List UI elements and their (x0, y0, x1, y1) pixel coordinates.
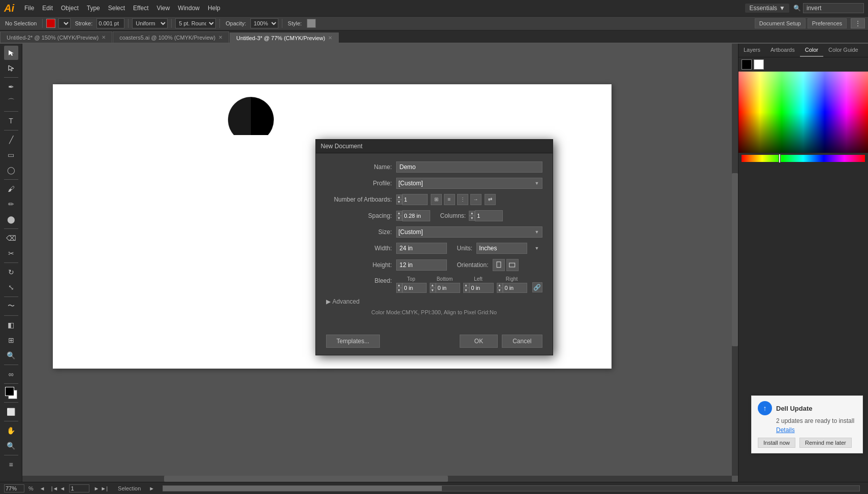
name-input[interactable] (396, 161, 542, 173)
advanced-arrow: ▶ (326, 298, 331, 305)
templates-button[interactable]: Templates... (326, 335, 380, 348)
new-document-dialog: New Document Name: Profile: [Custom] Num… (315, 139, 553, 355)
bleed-label: Bleed: (326, 276, 392, 284)
artboard-layout-buttons: ⊞ ≡ ⋮ → (431, 194, 481, 205)
bleed-bottom-label: Bottom (437, 276, 453, 282)
bleed-left-down[interactable]: ▼ (463, 288, 469, 293)
artboards-controls: ▲ ▼ ⊞ ≡ ⋮ → ⇄ (396, 194, 496, 205)
columns-field[interactable] (475, 210, 503, 221)
ok-button[interactable]: OK (460, 335, 498, 348)
columns-input-wrap: ▲ ▼ (469, 210, 503, 221)
dell-icon: ↑ (758, 401, 772, 415)
svg-rect-1 (497, 261, 501, 267)
artboards-row: Number of Artboards: ▲ ▼ ⊞ ≡ ⋮ → (326, 194, 542, 205)
size-row: Size: [Custom] (326, 226, 542, 238)
spacing-wrap: ▲ ▼ Columns: ▲ ▼ (396, 210, 503, 221)
portrait-btn[interactable] (493, 259, 505, 271)
width-input[interactable] (396, 243, 447, 254)
bleed-left-up[interactable]: ▲ (463, 283, 469, 288)
artboard-arrange-btn[interactable]: ⇄ (485, 194, 496, 205)
bleed-right-up[interactable]: ▲ (497, 283, 503, 288)
spacing-up[interactable]: ▲ (396, 211, 402, 216)
bleed-left-label: Left (474, 276, 483, 282)
spacing-stepper[interactable]: ▲ ▼ (396, 211, 402, 221)
width-label: Width: (326, 245, 392, 252)
install-now-button[interactable]: Install now (758, 438, 795, 448)
units-select[interactable]: Inches (476, 243, 527, 254)
cancel-button[interactable]: Cancel (502, 335, 542, 348)
info-text: Color Mode:CMYK, PPI:300, Align to Pixel… (326, 309, 542, 315)
bleed-right-input[interactable] (503, 283, 527, 293)
landscape-btn[interactable] (506, 259, 519, 271)
bleed-top-stepper[interactable]: ▲ ▼ (396, 283, 402, 293)
dell-message: 2 updates are ready to install (758, 417, 856, 424)
ok-cancel-buttons: OK Cancel (460, 335, 542, 348)
spacing-label: Spacing: (326, 212, 392, 219)
units-select-wrapper: Inches (476, 243, 542, 254)
bleed-top-label: Top (407, 276, 415, 282)
bleed-bottom-down[interactable]: ▼ (430, 288, 436, 293)
bleed-right-label: Right (506, 276, 518, 282)
profile-label: Profile: (326, 180, 392, 187)
layout-row-btn[interactable]: ≡ (444, 194, 455, 205)
units-label: Units: (457, 245, 473, 252)
spacing-field[interactable] (402, 210, 430, 221)
height-row: Height: Orientation: (326, 259, 542, 271)
dell-title: Dell Update (776, 405, 813, 412)
bleed-bottom-input[interactable] (436, 283, 460, 293)
bleed-left-input[interactable] (469, 283, 494, 293)
name-row: Name: (326, 161, 542, 173)
columns-stepper[interactable]: ▲ ▼ (469, 211, 475, 221)
artboards-up[interactable]: ▲ (396, 194, 402, 200)
advanced-label: Advanced (333, 298, 360, 305)
bleed-fields: Top ▲ ▼ Bottom ▲ (396, 276, 542, 293)
orientation-label: Orientation: (457, 261, 489, 269)
layout-col-btn[interactable]: ⋮ (457, 194, 468, 205)
bleed-right-stepper[interactable]: ▲ ▼ (497, 283, 503, 293)
dell-details-link[interactable]: Details (758, 426, 856, 434)
bleed-left-col: Left ▲ ▼ (463, 276, 494, 293)
height-input[interactable] (396, 259, 447, 271)
bleed-top-input[interactable] (402, 283, 427, 293)
size-select-wrapper: [Custom] (396, 226, 542, 238)
bleed-top-col: Top ▲ ▼ (396, 276, 427, 293)
spacing-input-wrap: ▲ ▼ (396, 210, 430, 221)
bleed-left-stepper[interactable]: ▲ ▼ (463, 283, 469, 293)
dialog-body: Name: Profile: [Custom] Number of Artboa… (316, 153, 553, 330)
columns-label: Columns: (440, 212, 466, 219)
artboards-label: Number of Artboards: (326, 196, 392, 203)
columns-up[interactable]: ▲ (469, 211, 475, 216)
layout-grid-btn[interactable]: ⊞ (431, 194, 442, 205)
profile-row: Profile: [Custom] (326, 178, 542, 189)
artboards-input-wrap: ▲ ▼ (396, 194, 428, 205)
dialog-footer: Templates... OK Cancel (316, 330, 553, 355)
spacing-row: Spacing: ▲ ▼ Columns: ▲ (326, 210, 542, 221)
bleed-top-down[interactable]: ▼ (396, 288, 402, 293)
spacing-down[interactable]: ▼ (396, 216, 402, 221)
bleed-bottom-stepper[interactable]: ▲ ▼ (430, 283, 436, 293)
artboards-field[interactable] (402, 194, 428, 205)
profile-select[interactable]: [Custom] (396, 178, 542, 189)
bleed-top-up[interactable]: ▲ (396, 283, 402, 288)
bleed-right-col: Right ▲ ▼ (497, 276, 527, 293)
columns-wrap: Columns: ▲ ▼ (440, 210, 503, 221)
name-label: Name: (326, 163, 392, 171)
dell-header: ↑ Dell Update (758, 401, 856, 415)
bleed-bottom-up[interactable]: ▲ (430, 283, 436, 288)
width-row: Width: Units: Inches (326, 243, 542, 254)
bleed-link-icon[interactable]: 🔗 (532, 282, 542, 292)
artboards-down[interactable]: ▼ (396, 200, 402, 205)
dell-footer: Install now Remind me later (758, 438, 856, 448)
columns-down[interactable]: ▼ (469, 216, 475, 221)
dialog-title: New Document (321, 143, 363, 150)
bleed-row: Bleed: Top ▲ ▼ Bottom (326, 276, 542, 293)
orientation-buttons (493, 259, 520, 271)
advanced-row[interactable]: ▶ Advanced (326, 298, 542, 305)
remind-later-button[interactable]: Remind me later (799, 438, 852, 448)
layout-right-btn[interactable]: → (470, 194, 481, 205)
size-select[interactable]: [Custom] (396, 226, 542, 238)
artboards-stepper[interactable]: ▲ ▼ (396, 194, 402, 205)
bleed-right-down[interactable]: ▼ (497, 288, 503, 293)
dell-notification: ↑ Dell Update 2 updates are ready to ins… (751, 396, 863, 453)
profile-select-wrapper: [Custom] (396, 178, 542, 189)
